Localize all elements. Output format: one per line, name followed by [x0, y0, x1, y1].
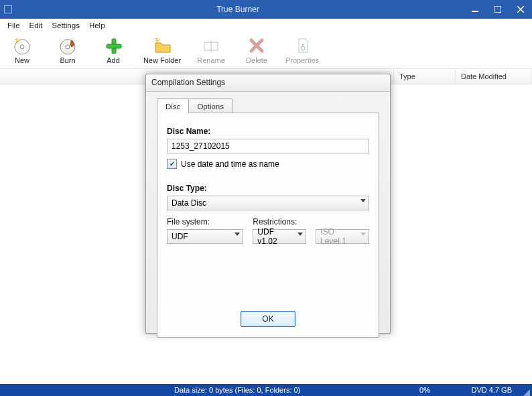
disc-new-icon	[13, 36, 31, 55]
menu-help[interactable]: Help	[84, 19, 110, 32]
menu-bar: File Edit Settings Help	[0, 19, 532, 32]
chevron-down-icon	[360, 199, 366, 202]
disc-name-input[interactable]	[167, 139, 369, 153]
chevron-down-icon	[235, 233, 240, 236]
burn-label: Burn	[60, 56, 75, 64]
close-button[interactable]	[509, 0, 532, 19]
col-type[interactable]: Type	[394, 69, 456, 84]
svg-point-5	[20, 45, 24, 49]
dialog-title[interactable]: Compilation Settings	[146, 74, 390, 92]
minimize-button[interactable]	[464, 0, 486, 19]
svg-rect-15	[302, 44, 304, 46]
disc-burn-icon	[58, 36, 77, 55]
system-menu-icon[interactable]	[4, 5, 12, 13]
disc-type-label: Disc Type:	[167, 184, 369, 193]
maximize-button[interactable]	[486, 0, 509, 19]
rename-icon	[202, 36, 220, 55]
chevron-down-icon	[297, 233, 303, 236]
status-bar: Data size: 0 bytes (Files: 0, Folders: 0…	[0, 384, 532, 396]
delete-x-icon	[247, 36, 266, 55]
compilation-settings-dialog: Compilation Settings Disc Options Disc N…	[145, 74, 391, 334]
delete-label: Delete	[246, 56, 267, 64]
status-datasize: Data size: 0 bytes (Files: 0, Folders: 0…	[174, 386, 300, 394]
menu-edit[interactable]: Edit	[25, 19, 48, 32]
add-button[interactable]: Add	[96, 36, 130, 64]
use-date-label: Use date and time as name	[181, 159, 279, 169]
new-label: New	[15, 56, 29, 64]
filesystem-select[interactable]: UDF	[167, 229, 243, 244]
properties-icon	[293, 36, 312, 55]
new-folder-button[interactable]: New Folder	[142, 36, 182, 64]
add-label: Add	[107, 56, 120, 64]
disc-name-label: Disc Name:	[167, 127, 369, 136]
status-media[interactable]: DVD 4.7 GB	[471, 386, 512, 394]
iso-level-select: ISO Level 1	[316, 229, 369, 244]
filesystem-label: File system:	[167, 217, 243, 226]
title-bar[interactable]: True Burner	[0, 0, 532, 19]
svg-point-7	[66, 45, 70, 49]
status-percent: 0%	[419, 386, 430, 394]
plus-icon	[104, 36, 123, 55]
window-title: True Burner	[12, 5, 464, 14]
svg-rect-9	[107, 44, 121, 48]
app-window: True Burner File Edit Settings Help New	[0, 0, 532, 396]
iso-level-label	[316, 217, 369, 226]
filesystem-value: UDF	[172, 232, 188, 241]
disc-type-select[interactable]: Data Disc	[167, 196, 369, 210]
folder-new-icon	[153, 36, 172, 55]
rename-button[interactable]: Rename	[194, 36, 228, 64]
delete-button[interactable]: Delete	[240, 36, 273, 64]
restrictions-select[interactable]: UDF v1.02	[253, 229, 306, 244]
chevron-down-icon	[360, 233, 366, 236]
svg-point-14	[301, 46, 305, 50]
col-date-modified[interactable]: Date Modified	[456, 69, 532, 84]
toolbar: New Burn Add New Folder	[0, 32, 532, 68]
iso-level-value: ISO Level 1	[320, 227, 355, 246]
menu-settings[interactable]: Settings	[47, 19, 84, 32]
new-folder-label: New Folder	[143, 56, 181, 64]
restrictions-label: Restrictions:	[253, 217, 306, 226]
properties-label: Properties	[285, 56, 319, 64]
tab-disc-panel: Disc Name: ✔ Use date and time as name D…	[157, 113, 379, 338]
svg-rect-1	[494, 6, 501, 13]
restrictions-value: UDF v1.02	[257, 227, 292, 246]
menu-file[interactable]: File	[3, 19, 25, 32]
resize-grip-icon[interactable]	[523, 389, 530, 396]
tab-disc[interactable]: Disc	[157, 98, 189, 113]
svg-rect-0	[472, 11, 478, 12]
disc-type-value: Data Disc	[172, 198, 206, 208]
tab-options[interactable]: Options	[188, 98, 232, 113]
properties-button[interactable]: Properties	[285, 36, 319, 64]
ok-button[interactable]: OK	[241, 311, 295, 327]
burn-button[interactable]: Burn	[51, 36, 84, 64]
dialog-tabs: Disc Options	[157, 98, 379, 113]
rename-label: Rename	[197, 56, 225, 64]
use-date-checkbox[interactable]: ✔	[167, 159, 177, 169]
window-controls	[464, 0, 532, 19]
new-button[interactable]: New	[5, 36, 39, 64]
